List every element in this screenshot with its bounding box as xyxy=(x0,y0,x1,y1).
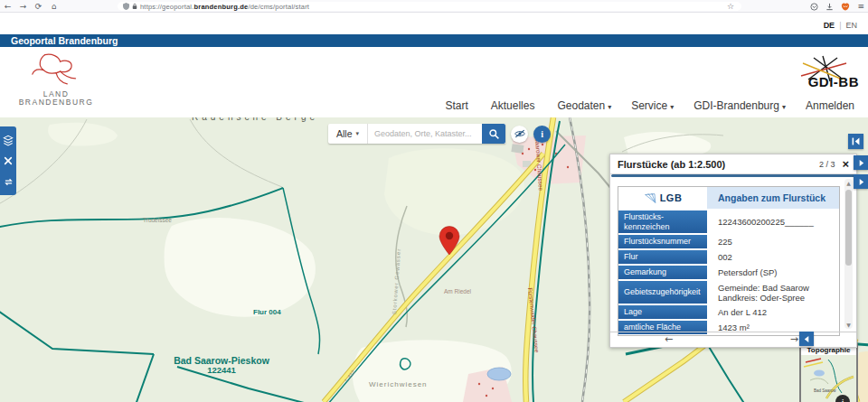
row-value-kennzeichen: 12243600200225______ xyxy=(707,210,839,233)
lgb-logo: LGB xyxy=(618,187,707,209)
browser-back-button[interactable]: ← xyxy=(0,2,15,11)
map-tools-sidebar xyxy=(0,126,16,195)
previous-result-button[interactable]: ← xyxy=(665,333,673,345)
basemap-switcher[interactable]: Topographie Bad Saarow i xyxy=(799,343,858,402)
panel-back-button[interactable] xyxy=(799,332,814,346)
layers-icon xyxy=(2,134,14,146)
tools-button[interactable] xyxy=(1,154,15,168)
search-filter-dropdown[interactable]: Alle ▾ xyxy=(328,124,368,144)
browser-toolbar: ← → ⟳ ⌂ https://geoportal.brandenburg.de… xyxy=(0,0,868,13)
layers-button[interactable] xyxy=(1,133,15,147)
result-pager: 2 / 3 xyxy=(819,160,835,169)
main-navigation: Start Aktuelles Geodaten▾ Service▾ GDI-B… xyxy=(445,99,857,112)
chevron-down-icon: ▾ xyxy=(782,103,786,111)
address-bar[interactable]: https://geoportal.brandenburg.de/de/cms/… xyxy=(118,2,741,11)
lock-icon xyxy=(132,3,137,10)
row-label-nummer: Flurstücksnummer xyxy=(618,235,707,248)
search-icon xyxy=(488,128,500,140)
download-icon[interactable] xyxy=(826,3,834,11)
shield-icon[interactable] xyxy=(123,3,129,10)
arrow-right-icon xyxy=(857,159,865,167)
chevron-down-icon: ▾ xyxy=(670,103,674,111)
browser-forward-button[interactable]: → xyxy=(15,2,31,11)
language-row: DE|EN xyxy=(0,13,868,34)
firefox-extension-icon[interactable] xyxy=(841,3,850,11)
chevron-down-icon: ▾ xyxy=(608,103,611,111)
browser-home-button[interactable]: ⌂ xyxy=(46,2,61,11)
scroll-up-icon[interactable]: ▲ xyxy=(844,180,853,186)
row-label-flur: Flur xyxy=(618,250,707,264)
basemap-preview: Bad Saarow i xyxy=(801,355,856,402)
basemap-preview-image xyxy=(801,355,856,402)
table-header: Angaben zum Flurstück xyxy=(707,187,839,209)
eagle-icon xyxy=(14,51,98,87)
browser-menu-icon[interactable]: ≡ xyxy=(857,2,864,11)
chevron-down-icon: ▾ xyxy=(356,130,360,137)
row-label-lage: Lage xyxy=(618,305,707,319)
lgb-icon xyxy=(644,192,658,205)
info-icon: i xyxy=(541,129,543,139)
url-text: https://geoportal.brandenburg.de/de/cms/… xyxy=(140,3,309,11)
nav-anmelden[interactable]: Anmelden xyxy=(806,99,857,112)
panel-body: LGB Angaben zum Flurstück Flurstücks- ke… xyxy=(610,177,856,332)
gdi-logo-text: GDI-BB xyxy=(808,74,859,89)
hide-layers-button[interactable] xyxy=(511,126,528,143)
scroll-down-icon[interactable]: ▼ xyxy=(844,322,853,328)
panel-scrollbar[interactable]: ▲ ▼ xyxy=(844,179,853,329)
nav-geodaten[interactable]: Geodaten▾ xyxy=(557,99,611,112)
nav-start[interactable]: Start xyxy=(445,99,470,112)
map-search-bar: Alle ▾ i xyxy=(328,124,551,144)
row-value-gebiet: Gemeinde: Bad Saarow Landkreis: Oder-Spr… xyxy=(707,281,839,304)
row-label-kennzeichen: Flurstücks- kennzeichen xyxy=(618,210,707,233)
refresh-icon xyxy=(3,176,14,188)
search-input[interactable] xyxy=(368,124,482,144)
row-value-nummer: 225 xyxy=(707,235,839,248)
nav-service[interactable]: Service▾ xyxy=(631,99,674,112)
pocket-icon[interactable] xyxy=(810,3,818,11)
collapse-panel-button[interactable] xyxy=(848,134,863,149)
portal-title: Geoportal Brandenburg xyxy=(11,35,118,46)
arrow-right-icon xyxy=(857,178,865,186)
row-label-gebiet: Gebietszugehörigkeit xyxy=(618,281,707,304)
info-button[interactable]: i xyxy=(533,126,551,143)
land-logo-line2: BRANDENBURG xyxy=(13,98,99,107)
skip-start-icon xyxy=(851,136,861,146)
flurstueck-table: LGB Angaben zum Flurstück Flurstücks- ke… xyxy=(618,186,840,336)
next-result-button[interactable]: → xyxy=(790,333,798,345)
language-switcher: DE|EN xyxy=(824,21,857,30)
row-value-flur: 002 xyxy=(707,250,839,264)
refresh-button[interactable] xyxy=(1,174,15,189)
browser-reload-button[interactable]: ⟳ xyxy=(31,2,46,11)
panel-header: Flurstücke (ab 1:2.500) 2 / 3 × xyxy=(610,154,856,174)
gdi-bb-logo[interactable]: GDI-BB xyxy=(790,54,859,94)
lgb-text: LGB xyxy=(660,192,683,203)
portal-title-bar: Geoportal Brandenburg xyxy=(0,34,868,47)
basemap-place-label: Bad Saarow xyxy=(814,388,836,393)
scrollbar-thumb[interactable] xyxy=(845,190,852,266)
tools-icon xyxy=(3,155,14,166)
row-value-lage: An der L 412 xyxy=(707,305,839,319)
land-brandenburg-logo[interactable]: LAND BRANDENBURG xyxy=(13,51,99,107)
panel-footer: ← → xyxy=(610,332,856,348)
close-icon[interactable]: × xyxy=(842,160,849,169)
nav-gdi-brandenburg[interactable]: GDI-Brandenburg▾ xyxy=(693,99,786,112)
map-pond xyxy=(487,368,511,380)
edge-tool-button-1[interactable] xyxy=(854,155,868,170)
panel-title: Flurstücke (ab 1:2.500) xyxy=(618,159,819,170)
flurstueck-panel: Flurstücke (ab 1:2.500) 2 / 3 × LGB Anga… xyxy=(609,154,857,348)
arrow-left-icon xyxy=(803,335,811,343)
site-header: LAND BRANDENBURG GDI-BB Start Aktuelles … xyxy=(0,47,868,117)
row-value-gemarkung: Petersdorf (SP) xyxy=(707,266,839,279)
row-label-gemarkung: Gemarkung xyxy=(618,266,707,279)
lang-de[interactable]: DE xyxy=(824,21,835,30)
search-button[interactable] xyxy=(482,124,505,144)
bookmark-star-icon[interactable]: ☆ xyxy=(727,2,734,11)
edge-tool-button-2[interactable] xyxy=(854,174,868,189)
lang-separator: | xyxy=(839,21,841,30)
eye-slash-icon xyxy=(514,129,526,138)
nav-aktuelles[interactable]: Aktuelles xyxy=(491,99,538,112)
lang-en[interactable]: EN xyxy=(845,21,857,30)
